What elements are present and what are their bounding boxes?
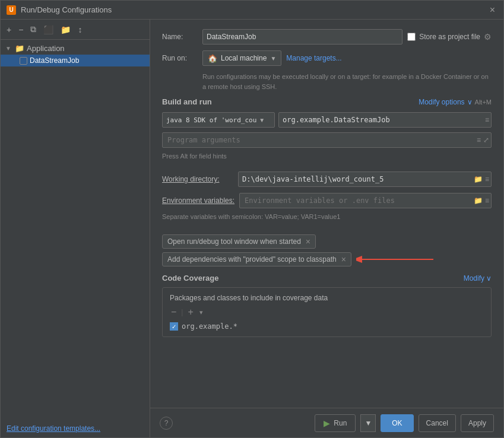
name-row: Name: Store as project file ⚙ bbox=[162, 29, 492, 45]
run-on-dropdown-arrow: ▼ bbox=[270, 55, 276, 62]
dialog-title: Run/Debug Configurations bbox=[21, 5, 487, 14]
add-config-button[interactable]: + bbox=[4, 23, 14, 36]
tag-open-window-label: Open run/debug tool window when started bbox=[167, 237, 301, 246]
sort-config-button[interactable]: ↕ bbox=[75, 23, 84, 36]
prog-args-list-icon[interactable]: ≡ bbox=[477, 136, 481, 144]
run-on-value: Local machine bbox=[221, 54, 267, 62]
run-dropdown-button[interactable]: ▼ bbox=[360, 414, 376, 432]
bottom-bar: ? ▶ Run ▼ OK Cancel Apply bbox=[150, 408, 503, 437]
tree-group-application[interactable]: ▼ 📁 Application bbox=[1, 42, 150, 55]
main-class-row: ≡ bbox=[278, 112, 492, 128]
close-button[interactable]: × bbox=[487, 5, 497, 15]
red-arrow-indicator bbox=[356, 254, 433, 265]
config-file-icon bbox=[20, 57, 27, 65]
gear-icon[interactable]: ⚙ bbox=[484, 32, 492, 42]
tag-provided-scope-close[interactable]: × bbox=[341, 255, 346, 264]
coverage-item: ✓ org.example.* bbox=[170, 322, 484, 331]
folder-config-button[interactable]: 📁 bbox=[58, 23, 73, 36]
tag-provided-scope: Add dependencies with "provided" scope t… bbox=[162, 252, 351, 266]
application-folder-icon: 📁 bbox=[15, 44, 24, 53]
coverage-modify-button[interactable]: Modify ∨ bbox=[464, 274, 492, 283]
code-coverage-section: Code Coverage Modify ∨ Packages and clas… bbox=[162, 274, 492, 337]
env-vars-wrap: 📁 ≡ bbox=[239, 193, 492, 208]
dir-icons: 📁 ≡ bbox=[474, 175, 489, 183]
coverage-add-button[interactable]: + bbox=[186, 307, 194, 318]
tree-arrow-application: ▼ bbox=[5, 45, 12, 52]
coverage-item-label: org.example.* bbox=[182, 322, 237, 331]
sdk-value: java 8 SDK of 'word_cou bbox=[166, 116, 256, 124]
right-panel: Name: Store as project file ⚙ Run on: 🏠 … bbox=[150, 20, 503, 437]
build-run-title: Build and run bbox=[162, 97, 212, 106]
prog-args-expand-icon[interactable]: ⤢ bbox=[483, 136, 489, 144]
left-panel: + − ⧉ ⬛ 📁 ↕ ▼ 📁 Application DataStreamJo… bbox=[1, 20, 150, 437]
coverage-modify-arrow: ∨ bbox=[486, 274, 492, 283]
save-config-button[interactable]: ⬛ bbox=[41, 23, 56, 36]
sdk-row: java 8 SDK of 'word_cou ▼ ≡ bbox=[162, 112, 492, 128]
env-icons: 📁 ≡ bbox=[474, 196, 489, 205]
store-project-row: Store as project file ⚙ bbox=[407, 32, 492, 42]
env-hint: Separate variables with semicolon: VAR=v… bbox=[162, 211, 492, 227]
left-toolbar: + − ⧉ ⬛ 📁 ↕ bbox=[1, 20, 150, 40]
program-args-input[interactable] bbox=[162, 132, 492, 148]
sdk-dropdown-arrow: ▼ bbox=[259, 117, 265, 123]
run-debug-dialog: U Run/Debug Configurations × + − ⧉ ⬛ 📁 ↕… bbox=[0, 0, 504, 438]
run-on-select[interactable]: 🏠 Local machine ▼ bbox=[202, 50, 281, 66]
sdk-select[interactable]: java 8 SDK of 'word_cou ▼ bbox=[162, 112, 275, 128]
coverage-box: Packages and classes to include in cover… bbox=[162, 287, 492, 337]
coverage-remove-button[interactable]: − bbox=[170, 307, 177, 318]
working-dir-wrap: 📁 ≡ bbox=[238, 172, 492, 187]
tree-group-label: Application bbox=[27, 44, 65, 53]
main-class-input[interactable] bbox=[278, 112, 492, 128]
tag-open-window-close[interactable]: × bbox=[306, 237, 310, 246]
tags-row: Open run/debug tool window when started … bbox=[162, 234, 492, 266]
program-args-row: ≡ ⤢ bbox=[162, 132, 492, 148]
tree-item-datastreamjob[interactable]: DataStreamJob bbox=[1, 55, 150, 66]
prog-args-icons: ≡ ⤢ bbox=[477, 136, 489, 144]
modify-options-label: Modify options bbox=[419, 98, 464, 106]
dir-folder-icon[interactable]: 📁 bbox=[474, 175, 483, 183]
run-button[interactable]: ▶ Run bbox=[315, 414, 356, 432]
run-play-icon: ▶ bbox=[324, 418, 330, 428]
store-project-label: Store as project file bbox=[419, 33, 480, 41]
ok-button[interactable]: OK bbox=[381, 414, 413, 432]
store-project-checkbox[interactable] bbox=[407, 33, 416, 41]
coverage-separator: | bbox=[181, 308, 183, 316]
env-list-icon[interactable]: ≡ bbox=[485, 196, 489, 205]
coverage-header: Code Coverage Modify ∨ bbox=[162, 274, 492, 283]
run-on-row: Run on: 🏠 Local machine ▼ Manage targets… bbox=[162, 50, 492, 66]
cancel-button[interactable]: Cancel bbox=[419, 414, 456, 432]
remove-config-button[interactable]: − bbox=[16, 23, 26, 36]
config-tree: ▼ 📁 Application DataStreamJob bbox=[1, 40, 150, 420]
edit-templates-link[interactable]: Edit configuration templates... bbox=[1, 420, 150, 437]
name-input[interactable] bbox=[202, 29, 402, 45]
title-bar: U Run/Debug Configurations × bbox=[1, 1, 503, 20]
dir-list-icon[interactable]: ≡ bbox=[485, 175, 489, 183]
main-content: + − ⧉ ⬛ 📁 ↕ ▼ 📁 Application DataStreamJo… bbox=[1, 20, 503, 437]
apply-button[interactable]: Apply bbox=[461, 414, 494, 432]
manage-targets-link[interactable]: Manage targets... bbox=[286, 54, 341, 62]
app-logo: U bbox=[7, 5, 16, 15]
alt-hint: Press Alt for field hints bbox=[162, 150, 492, 166]
coverage-item-checkbox[interactable]: ✓ bbox=[170, 322, 178, 331]
coverage-toolbar: − | + ▾ bbox=[170, 307, 484, 318]
class-list-icon[interactable]: ≡ bbox=[485, 116, 489, 124]
env-vars-input[interactable] bbox=[239, 193, 492, 208]
run-on-label: Run on: bbox=[162, 54, 198, 62]
build-run-header: Build and run Modify options ∨ Alt+M bbox=[162, 97, 492, 106]
run-hint: Run configurations may be executed local… bbox=[162, 69, 492, 97]
tag-provided-scope-label: Add dependencies with "provided" scope t… bbox=[167, 255, 337, 264]
env-vars-label: Environment variables: bbox=[162, 196, 234, 205]
env-folder-icon[interactable]: 📁 bbox=[474, 196, 483, 205]
tag-open-window: Open run/debug tool window when started … bbox=[162, 234, 316, 249]
help-button[interactable]: ? bbox=[160, 417, 173, 430]
modify-options-button[interactable]: Modify options ∨ Alt+M bbox=[419, 98, 492, 106]
copy-config-button[interactable]: ⧉ bbox=[28, 23, 39, 36]
modify-shortcut: Alt+M bbox=[475, 99, 492, 106]
run-button-label: Run bbox=[334, 419, 347, 427]
modify-options-arrow: ∨ bbox=[467, 98, 473, 106]
coverage-desc: Packages and classes to include in cover… bbox=[170, 294, 484, 302]
local-machine-icon: 🏠 bbox=[208, 54, 217, 63]
coverage-modify-label: Modify bbox=[464, 274, 484, 283]
working-dir-input[interactable] bbox=[238, 172, 492, 187]
coverage-title: Code Coverage bbox=[162, 274, 218, 283]
